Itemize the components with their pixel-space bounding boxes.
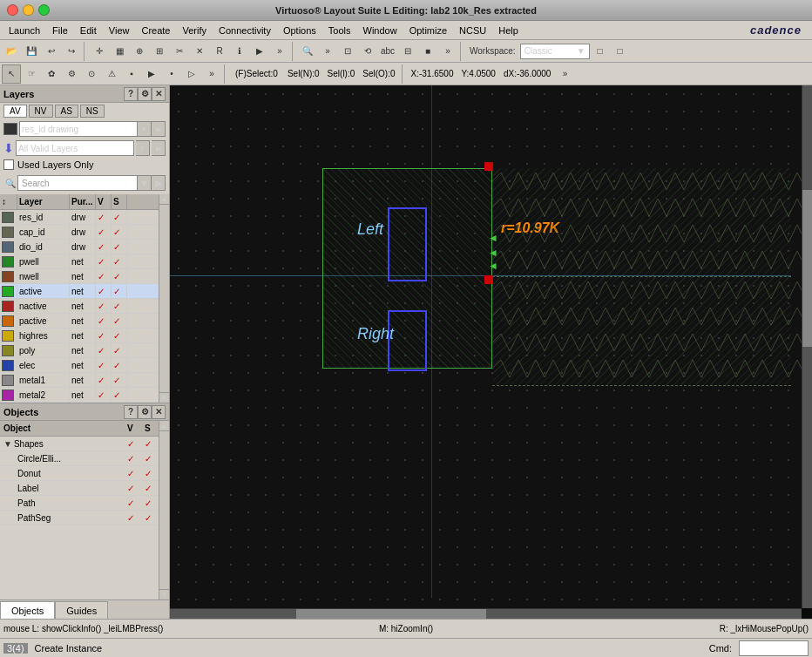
- layer-row-pactive[interactable]: pactive net ✓ ✓: [0, 314, 159, 328]
- tb-grid[interactable]: ⊟: [398, 42, 417, 61]
- cmd-input[interactable]: [739, 640, 809, 656]
- search-arrow2[interactable]: ▶: [152, 175, 166, 191]
- obj-row-label[interactable]: Label ✓ ✓: [0, 481, 159, 496]
- tb-arrow3[interactable]: ▷: [182, 64, 201, 84]
- menu-help[interactable]: Help: [493, 24, 524, 37]
- layer-row-poly[interactable]: poly net ✓ ✓: [0, 343, 159, 358]
- canvas-scrollbar-v[interactable]: [802, 85, 812, 608]
- layer-row-nactive[interactable]: nactive net ✓ ✓: [0, 299, 159, 314]
- canvas-area[interactable]: Left Right r=10.97K ◄ ◄ ◄: [170, 85, 812, 619]
- res-id-arrow2[interactable]: ▶: [152, 121, 166, 137]
- tab-nv[interactable]: NV: [29, 105, 53, 118]
- tb-fit[interactable]: ⊞: [150, 42, 169, 61]
- used-layers-checkbox[interactable]: [3, 159, 14, 170]
- filter-arrow2[interactable]: ▶: [152, 140, 166, 156]
- col-obj[interactable]: Object: [0, 421, 124, 436]
- canvas-scroll-thumb-h[interactable]: [296, 609, 486, 619]
- tb-abc[interactable]: abc: [378, 42, 397, 61]
- res-id-value[interactable]: res_id drawing: [19, 121, 138, 137]
- tb-ws2[interactable]: □: [611, 42, 630, 61]
- tb-config[interactable]: ⚙: [62, 64, 81, 84]
- objects-config-btn[interactable]: ⚙: [138, 405, 152, 419]
- tab-as[interactable]: AS: [55, 105, 78, 118]
- layers-close-btn[interactable]: ✕: [152, 87, 166, 101]
- tab-ns[interactable]: NS: [80, 105, 105, 118]
- search-arrow1[interactable]: ▼: [138, 175, 152, 191]
- menu-window[interactable]: Window: [358, 24, 403, 37]
- obj-row-donut[interactable]: Donut ✓ ✓: [0, 466, 159, 481]
- menu-file[interactable]: File: [47, 24, 73, 37]
- scroll-down-arrow[interactable]: ▼: [159, 392, 169, 403]
- canvas-scroll-thumb-v[interactable]: [802, 190, 812, 347]
- obj-row-path[interactable]: Path ✓ ✓: [0, 496, 159, 511]
- tb-connect[interactable]: ⟲: [358, 42, 377, 61]
- tb-more3[interactable]: »: [438, 42, 457, 61]
- obj-scroll-up[interactable]: ▲: [159, 421, 169, 431]
- menu-tools[interactable]: Tools: [323, 24, 356, 37]
- obj-scroll-down[interactable]: ▼: [159, 589, 169, 599]
- menu-optimize[interactable]: Optimize: [404, 24, 452, 37]
- col-obj-v[interactable]: V: [124, 421, 141, 436]
- tb-circle[interactable]: ⊙: [82, 64, 101, 84]
- layer-v-resid[interactable]: ✓: [96, 210, 112, 224]
- tb-pointer[interactable]: ✛: [90, 42, 109, 61]
- col-obj-s[interactable]: S: [141, 421, 159, 436]
- layer-row-metal2[interactable]: metal2 net ✓ ✓: [0, 388, 159, 403]
- layers-config-btn[interactable]: ⚙: [138, 87, 152, 101]
- layers-scrollbar[interactable]: ▲ ▼: [159, 194, 169, 403]
- tb-save[interactable]: 💾: [22, 42, 41, 61]
- workspace-dropdown[interactable]: Classic ▼: [520, 44, 590, 59]
- tb-more5[interactable]: »: [555, 64, 574, 84]
- tb-undo[interactable]: ↩: [42, 42, 61, 61]
- tb-zoomin[interactable]: 🔍: [298, 42, 317, 61]
- filter-dropdown[interactable]: All Valid Layers: [16, 140, 134, 156]
- tab-av[interactable]: AV: [3, 105, 27, 118]
- window-controls[interactable]: [7, 4, 50, 16]
- tb-ws1[interactable]: □: [591, 42, 610, 61]
- col-layer[interactable]: Layer: [17, 194, 70, 209]
- obj-row-circle[interactable]: Circle/Elli... ✓ ✓: [0, 451, 159, 466]
- tb-square[interactable]: ▪: [122, 64, 141, 84]
- layer-row-capid[interactable]: cap_id drw ✓ ✓: [0, 225, 159, 240]
- tb-arrow2[interactable]: ▶: [142, 64, 161, 84]
- objects-close-btn[interactable]: ✕: [152, 405, 166, 419]
- tb-r[interactable]: R: [210, 42, 229, 61]
- maximize-button[interactable]: [38, 4, 50, 16]
- obj-row-shapes[interactable]: ▼ Shapes ✓ ✓: [0, 437, 159, 451]
- tb-warn[interactable]: ⚠: [102, 64, 121, 84]
- col-sort[interactable]: ↕: [0, 194, 17, 209]
- tb-more4[interactable]: »: [202, 64, 221, 84]
- layer-row-active[interactable]: active net ✓ ✓: [0, 284, 159, 299]
- minimize-button[interactable]: [23, 4, 34, 16]
- menu-options[interactable]: Options: [278, 24, 321, 37]
- col-s[interactable]: S: [112, 194, 127, 209]
- tb-flower[interactable]: ✿: [42, 64, 61, 84]
- col-purpose[interactable]: Pur...: [70, 194, 96, 209]
- tab-guides[interactable]: Guides: [55, 601, 108, 619]
- canvas-scrollbar-h[interactable]: [170, 608, 802, 619]
- tb-hand[interactable]: ☞: [22, 64, 41, 84]
- layer-row-elec[interactable]: elec net ✓ ✓: [0, 358, 159, 373]
- layer-row-resid[interactable]: res_id drw ✓ ✓: [0, 210, 159, 225]
- tb-zoom[interactable]: ⊕: [130, 42, 149, 61]
- filter-arrow1[interactable]: ▼: [136, 140, 150, 156]
- layer-row-metal1[interactable]: metal1 net ✓ ✓: [0, 373, 159, 388]
- tb-select2[interactable]: ↖: [2, 64, 21, 84]
- layers-help-btn[interactable]: ?: [124, 87, 138, 101]
- menu-connectivity[interactable]: Connectivity: [213, 24, 276, 37]
- obj-row-pathseg[interactable]: PathSeg ✓ ✓: [0, 511, 159, 525]
- search-input[interactable]: Search: [17, 175, 138, 191]
- tb-x[interactable]: ✕: [190, 42, 209, 61]
- menu-verify[interactable]: Verify: [177, 24, 212, 37]
- col-v[interactable]: V: [96, 194, 112, 209]
- tab-objects[interactable]: Objects: [0, 601, 55, 619]
- menu-edit[interactable]: Edit: [75, 24, 102, 37]
- menu-create[interactable]: Create: [136, 24, 175, 37]
- tb-select[interactable]: ▦: [110, 42, 129, 61]
- tb-arrow-r[interactable]: ▶: [250, 42, 269, 61]
- tb-more1[interactable]: »: [270, 42, 289, 61]
- layer-row-highres[interactable]: highres net ✓ ✓: [0, 328, 159, 343]
- tb-cut[interactable]: ✂: [170, 42, 189, 61]
- tb-redo[interactable]: ↪: [62, 42, 81, 61]
- tb-info[interactable]: ℹ: [230, 42, 249, 61]
